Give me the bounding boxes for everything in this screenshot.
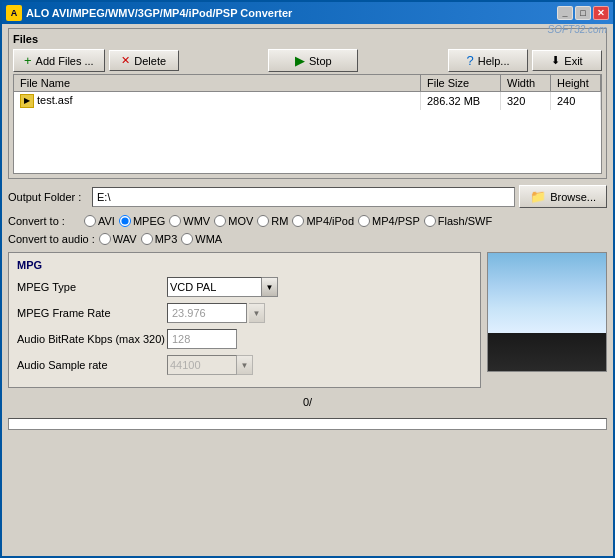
settings-preview-area: MPG MPEG Type VCD PAL VCD NTSC SVCD PAL …: [8, 252, 607, 388]
col-width: Width: [501, 75, 551, 92]
file-table: File Name File Size Width Height ▶test.a…: [13, 74, 602, 174]
col-height: Height: [551, 75, 601, 92]
app-icon: A: [6, 5, 22, 21]
table-row: ▶test.asf 286.32 MB 320 240: [14, 92, 601, 111]
settings-box: MPG MPEG Type VCD PAL VCD NTSC SVCD PAL …: [8, 252, 481, 388]
sample-rate-select-wrapper: 44100 22050 11025 ▼: [167, 355, 253, 375]
setting-mpeg-type: MPEG Type VCD PAL VCD NTSC SVCD PAL SVCD…: [17, 277, 472, 297]
preview-box: [487, 252, 607, 372]
col-filesize: File Size: [421, 75, 501, 92]
settings-title: MPG: [17, 259, 472, 271]
window-title: ALO AVI/MPEG/WMV/3GP/MP4/iPod/PSP Conver…: [26, 7, 557, 19]
radio-wmv[interactable]: WMV: [169, 215, 210, 227]
main-window: A ALO AVI/MPEG/WMV/3GP/MP4/iPod/PSP Conv…: [0, 0, 615, 558]
col-filename: File Name: [14, 75, 421, 92]
convert-audio-label: Convert to audio :: [8, 233, 95, 245]
frame-rate-input: [167, 303, 247, 323]
close-button[interactable]: ✕: [593, 6, 609, 20]
maximize-button[interactable]: □: [575, 6, 591, 20]
file-icon: ▶: [20, 94, 34, 108]
title-bar-buttons: _ □ ✕: [557, 6, 609, 20]
sample-rate-select: 44100 22050 11025: [167, 355, 237, 375]
convert-to-row: Convert to : AVI MPEG WMV MOV RM MP4/iPo…: [8, 215, 607, 227]
setting-audio-bitrate: Audio BitRate Kbps (max 320): [17, 329, 472, 349]
radio-wav[interactable]: WAV: [99, 233, 137, 245]
output-folder-row: Output Folder : 📁 Browse...: [8, 185, 607, 208]
radio-avi[interactable]: AVI: [84, 215, 115, 227]
radio-flash[interactable]: Flash/SWF: [424, 215, 492, 227]
frame-rate-label: MPEG Frame Rate: [17, 307, 167, 319]
mpeg-type-select-wrapper: VCD PAL VCD NTSC SVCD PAL SVCD NTSC DVD …: [167, 277, 278, 297]
bottom-bar: 0/: [8, 392, 607, 412]
mpeg-type-control: VCD PAL VCD NTSC SVCD PAL SVCD NTSC DVD …: [167, 277, 472, 297]
audio-bitrate-label: Audio BitRate Kbps (max 320): [17, 333, 167, 345]
sample-rate-control: 44100 22050 11025 ▼: [167, 355, 472, 375]
browse-icon: 📁: [530, 189, 546, 204]
soft32-watermark: SOFT32.com: [548, 24, 607, 35]
title-bar: A ALO AVI/MPEG/WMV/3GP/MP4/iPod/PSP Conv…: [2, 2, 613, 24]
preview-sky: [488, 253, 606, 333]
sample-rate-dropdown-arrow: ▼: [237, 355, 253, 375]
cell-filename: ▶test.asf: [14, 92, 421, 111]
radio-mp4ipod[interactable]: MP4/iPod: [292, 215, 354, 227]
mpeg-type-dropdown-arrow[interactable]: ▼: [262, 277, 278, 297]
audio-bitrate-control: [167, 329, 472, 349]
frame-rate-control: ▼: [167, 303, 472, 323]
exit-button[interactable]: ⬇ Exit: [532, 50, 602, 71]
delete-icon: ✕: [121, 54, 130, 67]
sample-rate-label: Audio Sample rate: [17, 359, 167, 371]
mpeg-type-label: MPEG Type: [17, 281, 167, 293]
toolbar: + Add Files ... ✕ Delete ▶ Stop ? Help..…: [13, 49, 602, 72]
cell-width: 320: [501, 92, 551, 111]
delete-button[interactable]: ✕ Delete: [109, 50, 179, 71]
convert-audio-row: Convert to audio : WAV MP3 WMA: [8, 233, 607, 245]
cell-filesize: 286.32 MB: [421, 92, 501, 111]
help-button[interactable]: ? Help...: [448, 49, 528, 72]
files-group-label: Files: [13, 33, 602, 45]
radio-mpeg[interactable]: MPEG: [119, 215, 165, 227]
setting-sample-rate: Audio Sample rate 44100 22050 11025 ▼: [17, 355, 472, 375]
cell-height: 240: [551, 92, 601, 111]
preview-ground: [488, 333, 606, 372]
mpeg-type-select[interactable]: VCD PAL VCD NTSC SVCD PAL SVCD NTSC DVD …: [167, 277, 262, 297]
radio-wma[interactable]: WMA: [181, 233, 222, 245]
radio-rm[interactable]: RM: [257, 215, 288, 227]
progress-bar-container: [8, 418, 607, 430]
radio-mp3[interactable]: MP3: [141, 233, 178, 245]
files-group: Files + Add Files ... ✕ Delete ▶ Stop: [8, 28, 607, 179]
help-icon: ?: [467, 53, 474, 68]
frame-rate-dropdown-arrow: ▼: [249, 303, 265, 323]
radio-mov[interactable]: MOV: [214, 215, 253, 227]
output-folder-input[interactable]: [92, 187, 515, 207]
stop-button[interactable]: ▶ Stop: [268, 49, 358, 72]
radio-mp4psp[interactable]: MP4/PSP: [358, 215, 420, 227]
exit-icon: ⬇: [551, 54, 560, 67]
output-folder-label: Output Folder :: [8, 191, 88, 203]
audio-bitrate-input: [167, 329, 237, 349]
convert-to-label: Convert to :: [8, 215, 80, 227]
setting-frame-rate: MPEG Frame Rate ▼: [17, 303, 472, 323]
minimize-button[interactable]: _: [557, 6, 573, 20]
add-icon: +: [24, 53, 32, 68]
browse-button[interactable]: 📁 Browse...: [519, 185, 607, 208]
progress-text: 0/: [303, 396, 312, 408]
add-files-button[interactable]: + Add Files ...: [13, 49, 105, 72]
stop-icon: ▶: [295, 53, 305, 68]
